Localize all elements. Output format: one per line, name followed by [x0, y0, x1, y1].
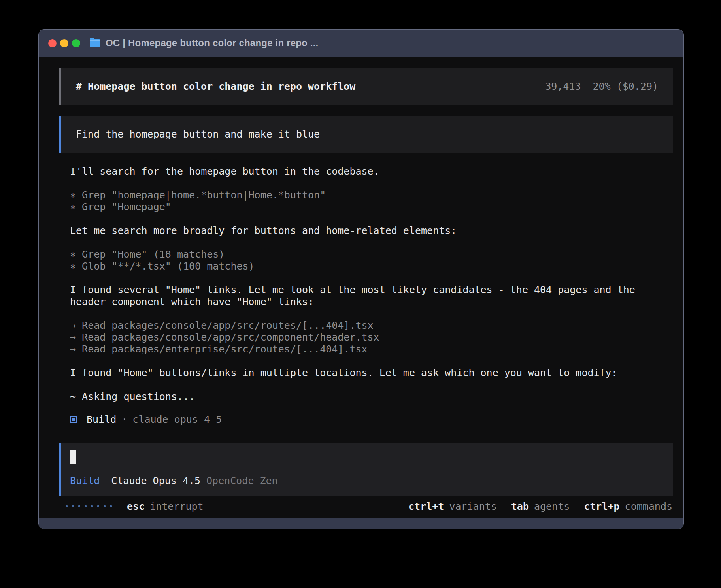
agent-separator: · [121, 414, 127, 425]
session-header: # Homepage button color change in repo w… [59, 68, 673, 105]
tool-call-grep: ∗ Grep "Homepage" [70, 201, 668, 213]
user-message: Find the homepage button and make it blu… [59, 116, 673, 153]
agent-status-row: Build · claude-opus-4-5 [70, 414, 673, 425]
session-title: # Homepage button color change in repo w… [76, 81, 355, 92]
hint-variants: ctrl+t variants [408, 501, 497, 512]
hint-agents: tab agents [511, 501, 570, 512]
hint-commands: ctrl+p commands [584, 501, 672, 512]
terminal-window: OC | Homepage button color change in rep… [38, 29, 684, 529]
assistant-text-line: I'll search for the homepage button in t… [70, 166, 668, 177]
agent-model: claude-opus-4-5 [132, 414, 222, 425]
context-percent: 20% [593, 81, 610, 92]
esc-key-hint: esc [127, 501, 145, 512]
minimize-button-icon[interactable] [60, 39, 68, 47]
status-right: ctrl+t variants tab agents ctrl+p comman… [394, 501, 672, 512]
terminal-content: # Homepage button color change in repo w… [39, 57, 683, 518]
token-count: 39,413 [545, 81, 581, 92]
session-stats: 39,413 20% ($0.29) [545, 81, 658, 92]
zoom-button-icon[interactable] [72, 39, 80, 47]
window-title: OC | Homepage button color change in rep… [106, 38, 318, 49]
text-cursor [70, 450, 76, 464]
tool-call-grep: ∗ Grep "Home" (18 matches) [70, 249, 668, 260]
user-message-text: Find the homepage button and make it blu… [76, 128, 320, 140]
asking-questions-status: ~ Asking questions... [70, 391, 668, 403]
agent-mode-icon [70, 416, 77, 423]
agent-name: Build [87, 414, 116, 425]
input-agent-label[interactable]: Build [70, 475, 100, 486]
tool-call-read: → Read packages/console/app/src/routes/[… [70, 320, 668, 332]
assistant-text-line: Let me search more broadly for buttons a… [70, 225, 668, 237]
input-provider-label: OpenCode Zen [206, 475, 278, 486]
tool-call-grep: ∗ Grep "homepage|home.*button|Home.*butt… [70, 189, 668, 201]
input-model-label[interactable]: Claude Opus 4.5 [111, 475, 200, 486]
window-bottom-band [39, 518, 683, 529]
window-titlebar[interactable]: OC | Homepage button color change in rep… [39, 30, 683, 57]
status-left: esc interrupt [66, 501, 204, 512]
close-button-icon[interactable] [48, 39, 57, 47]
working-spinner-dots [66, 505, 112, 507]
folder-icon [90, 39, 100, 47]
status-bar: esc interrupt ctrl+t variants tab agents… [59, 496, 673, 518]
input-meta-row: Build Claude Opus 4.5 OpenCode Zen [70, 475, 664, 486]
assistant-transcript: I'll search for the homepage button in t… [70, 166, 668, 403]
session-cost: ($0.29) [617, 81, 658, 92]
assistant-text-line: I found several "Home" links. Let me loo… [70, 284, 668, 308]
tool-call-read: → Read packages/console/app/src/componen… [70, 332, 668, 343]
tool-call-read: → Read packages/enterprise/src/routes/[.… [70, 343, 668, 355]
interrupt-label: interrupt [150, 501, 203, 512]
assistant-text-line: I found "Home" buttons/links in multiple… [70, 367, 668, 379]
prompt-input[interactable]: Build Claude Opus 4.5 OpenCode Zen [59, 443, 673, 496]
traffic-lights [48, 39, 80, 47]
tool-call-glob: ∗ Glob "**/*.tsx" (100 matches) [70, 260, 668, 272]
